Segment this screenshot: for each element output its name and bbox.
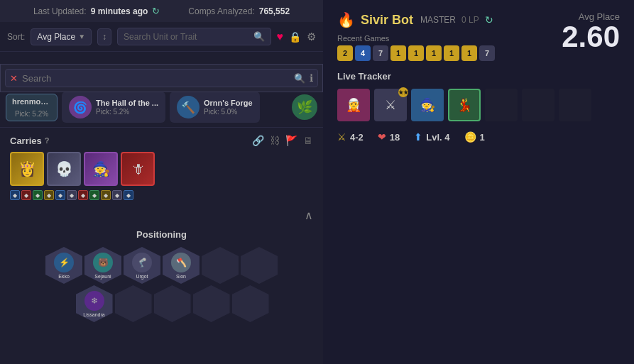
- comp-item-1[interactable]: 🌀 The Hall of the ... Pick: 5.2%: [62, 92, 165, 123]
- hex-cell-empty-5[interactable]: [232, 285, 269, 322]
- tracker-avatar-2[interactable]: 🧙: [411, 89, 444, 121]
- player-name: Sivir Bot: [361, 13, 413, 28]
- item-icon-0: ◆: [10, 190, 20, 200]
- recent-games-badges: 2 4 7 1 1 1 1 1 7: [337, 45, 495, 61]
- item-icon-1: ◆: [21, 190, 31, 200]
- tracker-avatar-6[interactable]: [559, 89, 591, 121]
- sort-label: Sort:: [7, 32, 25, 42]
- carry-avatar-3[interactable]: 🗡: [121, 152, 155, 186]
- chevron-down-icon: ▼: [78, 33, 85, 40]
- tracker-avatar-1[interactable]: ⚔ ★★: [374, 89, 407, 121]
- tracker-champ-1: ⚔: [385, 97, 396, 113]
- collapse-button[interactable]: ∧: [0, 207, 323, 224]
- sion-label: Sion: [176, 274, 186, 279]
- live-tracker-label: Live Tracker: [337, 71, 620, 82]
- positioning-section: Positioning ⚡ Ekko 🐻 Sejauni 🦿 Urgot 🪓 S…: [0, 224, 323, 328]
- sion-icon: 🪓: [171, 253, 191, 272]
- badge-2[interactable]: 7: [373, 45, 388, 61]
- comp-icon-1: 🌀: [69, 96, 92, 118]
- badge-1[interactable]: 4: [355, 45, 371, 61]
- player-title: 🔥 Sivir Bot MASTER 0 LP ↻: [337, 11, 495, 28]
- live-tracker-section: Live Tracker 🧝 ⚔ ★★ 🧙 💃: [337, 71, 620, 143]
- player-rank: MASTER: [420, 15, 456, 25]
- refresh-icon[interactable]: ↻: [152, 6, 160, 16]
- badge-5[interactable]: 1: [426, 45, 442, 61]
- carry-avatar-2[interactable]: 🧙: [84, 152, 118, 186]
- hex-cell-sion[interactable]: 🪓 Sion: [163, 247, 200, 284]
- carries-actions: 🔗 ⛓ 🚩 🖥: [252, 135, 313, 146]
- carries-grid: 👸 💀 🧙 🗡 ◆ ◆ ◆ ◆ ◆ ◆ ◆ ◆: [10, 152, 313, 200]
- carries-header: Carries ? 🔗 ⛓ 🚩 🖥: [10, 135, 313, 146]
- badge-8[interactable]: 7: [479, 45, 495, 61]
- comp-item-0[interactable]: hrenmount Pick: 5.2%: [6, 94, 58, 121]
- tracker-stats: ⚔ 4-2 ❤ 18 ⬆ Lvl. 4 🪙 1: [337, 131, 620, 143]
- carry-avatar-0[interactable]: 👸: [10, 152, 44, 186]
- hex-cell-empty-3[interactable]: [154, 285, 191, 322]
- search-icon: 🔍: [253, 31, 265, 42]
- search-input[interactable]: [124, 32, 248, 42]
- tracker-champ-3: 💃: [457, 97, 472, 113]
- hex-cell-empty-2[interactable]: [115, 285, 152, 322]
- tracker-avatar-5[interactable]: [522, 89, 554, 121]
- carry-avatar-1[interactable]: 💀: [47, 152, 81, 186]
- dropdown-search-input[interactable]: [22, 73, 290, 84]
- health-value: 18: [390, 132, 400, 143]
- badge-4[interactable]: 1: [408, 45, 424, 61]
- comp-text-1: The Hall of the ... Pick: 5.2%: [96, 99, 158, 116]
- badge-3[interactable]: 1: [390, 45, 406, 61]
- add-comp-button[interactable]: 🌿: [292, 94, 317, 120]
- comp-pick-0: Pick: 5.2%: [15, 110, 48, 118]
- badge-7[interactable]: 1: [461, 45, 477, 61]
- item-icon-7: ◆: [89, 190, 99, 200]
- comp-item-2[interactable]: 🔨 Ornn's Forge Pick: 5.0%: [170, 92, 260, 123]
- carries-title: Carries: [10, 136, 42, 146]
- tracker-avatar-4[interactable]: [485, 89, 518, 121]
- level-value: Lvl. 4: [426, 132, 449, 143]
- ekko-icon: ⚡: [54, 253, 74, 272]
- item-icon-2: ◆: [33, 190, 43, 200]
- hex-cell-ekko[interactable]: ⚡ Ekko: [45, 247, 82, 284]
- tracker-avatar-0[interactable]: 🧝: [337, 89, 370, 121]
- comp-items-row: hrenmount Pick: 5.2% 🌀 The Hall of the .…: [0, 87, 323, 128]
- gear-button[interactable]: ⚙: [307, 31, 316, 43]
- tracker-stat-combat: ⚔ 4-2: [337, 131, 364, 143]
- search-dropdown-inner: ✕ 🔍 ℹ: [5, 69, 318, 87]
- badge-0[interactable]: 2: [337, 45, 353, 61]
- hex-row-1: ❄ Lissandra: [76, 285, 269, 322]
- comp-icon-2: 🔨: [177, 96, 200, 118]
- player-refresh-icon[interactable]: ↻: [485, 14, 493, 26]
- badge-6[interactable]: 1: [444, 45, 459, 61]
- carries-info-icon[interactable]: ?: [45, 136, 50, 145]
- monitor-icon[interactable]: 🖥: [303, 135, 313, 146]
- last-updated-value: 9 minutes ago: [91, 6, 148, 16]
- item-icon-5: ◆: [67, 190, 77, 200]
- lock-button[interactable]: 🔒: [289, 31, 301, 43]
- unlink-icon[interactable]: ⛓: [270, 135, 280, 146]
- hex-cell-sejauni[interactable]: 🐻 Sejauni: [84, 247, 121, 284]
- leaf-icon: 🌿: [297, 99, 312, 115]
- close-icon[interactable]: ✕: [10, 73, 18, 84]
- hex-cell-empty-1[interactable]: [241, 247, 278, 284]
- tracker-avatar-3[interactable]: 💃: [448, 89, 481, 121]
- search-dropdown: ✕ 🔍 ℹ: [0, 64, 323, 92]
- hex-cell-empty-4[interactable]: [193, 285, 230, 322]
- sort-bar: Sort: Avg Place ▼ ↕ 🔍 ♥ 🔒 ⚙: [0, 22, 323, 52]
- item-icon-6: ◆: [78, 190, 88, 200]
- item-icon-8: ◆: [101, 190, 111, 200]
- ekko-label: Ekko: [58, 274, 70, 279]
- link-icon[interactable]: 🔗: [252, 135, 264, 146]
- comps-analyzed-item: Comps Analyzed: 765,552: [188, 6, 290, 16]
- combat-icon: ⚔: [337, 131, 346, 143]
- urgot-icon: 🦿: [132, 253, 152, 272]
- heart-button[interactable]: ♥: [277, 31, 284, 43]
- info-icon[interactable]: ℹ: [310, 72, 313, 84]
- comp-text-2: Ornn's Forge Pick: 5.0%: [204, 99, 253, 116]
- hex-cell-empty-0[interactable]: [202, 247, 239, 284]
- chevron-up-icon: ∧: [305, 209, 313, 222]
- sort-select[interactable]: Avg Place ▼: [31, 28, 92, 45]
- hex-cell-urgot[interactable]: 🦿 Urgot: [124, 247, 160, 284]
- flag-icon[interactable]: 🚩: [285, 135, 297, 146]
- item-icon-4: ◆: [55, 190, 65, 200]
- hex-cell-lissandra[interactable]: ❄ Lissandra: [76, 285, 113, 322]
- sort-order-button[interactable]: ↕: [97, 28, 111, 45]
